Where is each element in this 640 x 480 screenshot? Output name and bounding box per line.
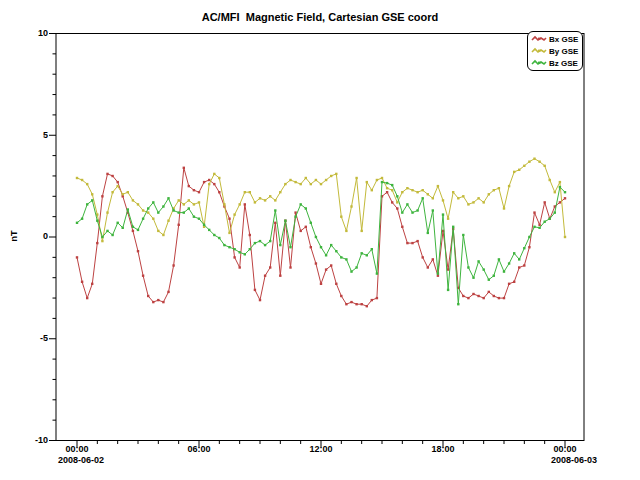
data-point-marker [137, 250, 139, 252]
data-point-marker [366, 181, 368, 183]
data-point-marker [361, 230, 363, 232]
data-point-marker [279, 244, 281, 246]
series-by-gse [76, 158, 566, 243]
data-point-marker [213, 234, 215, 236]
legend-entry-by: By GSE [531, 45, 582, 57]
y-tick-label: 0 [0, 231, 48, 242]
data-point-marker [528, 236, 530, 238]
data-point-marker [284, 183, 286, 185]
data-point-marker [549, 179, 551, 181]
data-point-marker [213, 173, 215, 175]
data-point-marker [91, 199, 93, 201]
data-point-marker [391, 184, 393, 186]
data-point-marker [320, 183, 322, 185]
x-tick-label: 00:00 [55, 444, 99, 454]
data-point-marker [223, 203, 225, 205]
data-point-marker [330, 264, 332, 266]
data-point-marker [488, 291, 490, 293]
data-point-marker [239, 203, 241, 205]
data-point-marker [279, 275, 281, 277]
data-point-marker [427, 232, 429, 234]
data-point-marker [427, 266, 429, 268]
data-point-marker [422, 256, 424, 258]
data-point-marker [178, 224, 180, 226]
data-point-marker [508, 185, 510, 187]
legend-entry-bx: Bx GSE [531, 33, 582, 45]
data-point-marker [289, 266, 291, 268]
data-point-marker [559, 186, 561, 188]
data-point-marker [544, 201, 546, 203]
data-point-marker [513, 281, 515, 283]
data-point-marker [310, 222, 312, 224]
data-point-marker [249, 234, 251, 236]
x-tick-label: 18:00 [421, 444, 465, 454]
data-point-marker [528, 161, 530, 163]
data-point-marker [432, 209, 434, 211]
data-point-marker [162, 205, 164, 207]
data-point-marker [386, 187, 388, 189]
data-point-marker [152, 218, 154, 220]
data-point-marker [167, 220, 169, 222]
data-point-marker [503, 207, 505, 209]
data-point-marker [533, 226, 535, 228]
data-point-marker [259, 197, 261, 199]
data-point-marker [503, 297, 505, 299]
data-point-marker [401, 191, 403, 193]
data-point-marker [269, 195, 271, 197]
data-point-marker [493, 275, 495, 277]
data-point-marker [188, 199, 190, 201]
data-point-marker [422, 189, 424, 191]
data-point-marker [167, 197, 169, 199]
data-point-marker [503, 270, 505, 272]
data-point-marker [249, 191, 251, 193]
data-point-marker [472, 277, 474, 279]
data-point-marker [406, 203, 408, 205]
data-point-marker [483, 201, 485, 203]
data-point-marker [162, 301, 164, 303]
data-point-marker [147, 207, 149, 209]
data-point-marker [274, 199, 276, 201]
data-point-marker [264, 275, 266, 277]
data-point-marker [96, 220, 98, 222]
data-point-marker [233, 256, 235, 258]
data-point-marker [188, 207, 190, 209]
data-point-marker [228, 218, 230, 220]
data-point-marker [284, 220, 286, 222]
data-point-marker [376, 272, 378, 274]
data-point-marker [559, 181, 561, 183]
by-line-sample-icon [531, 47, 547, 55]
data-point-marker [406, 187, 408, 189]
data-point-marker [172, 209, 174, 211]
data-point-marker [544, 221, 546, 223]
data-point-marker [493, 295, 495, 297]
data-point-marker [111, 234, 113, 236]
data-point-marker [564, 191, 566, 193]
data-point-marker [101, 240, 103, 242]
data-point-marker [86, 203, 88, 205]
data-point-marker [437, 185, 439, 187]
data-point-marker [554, 191, 556, 193]
data-point-marker [477, 197, 479, 199]
bz-line-sample-icon [531, 59, 547, 67]
data-point-marker [462, 295, 464, 297]
data-point-marker [355, 303, 357, 305]
data-point-marker [467, 297, 469, 299]
data-point-marker [320, 283, 322, 285]
data-point-marker [498, 297, 500, 299]
data-point-marker [391, 189, 393, 191]
data-point-marker [427, 193, 429, 195]
data-point-marker [305, 226, 307, 228]
data-point-marker [391, 201, 393, 203]
data-point-marker [523, 264, 525, 266]
data-point-marker [147, 211, 149, 213]
data-point-marker [142, 209, 144, 211]
data-point-marker [330, 244, 332, 246]
data-point-marker [452, 226, 454, 228]
data-point-marker [157, 230, 159, 232]
data-point-marker [483, 297, 485, 299]
legend-box: Bx GSE By GSE Bz GSE [527, 31, 583, 71]
data-point-marker [76, 256, 78, 258]
data-point-marker [457, 303, 459, 305]
data-point-marker [122, 227, 124, 229]
data-point-marker [361, 303, 363, 305]
